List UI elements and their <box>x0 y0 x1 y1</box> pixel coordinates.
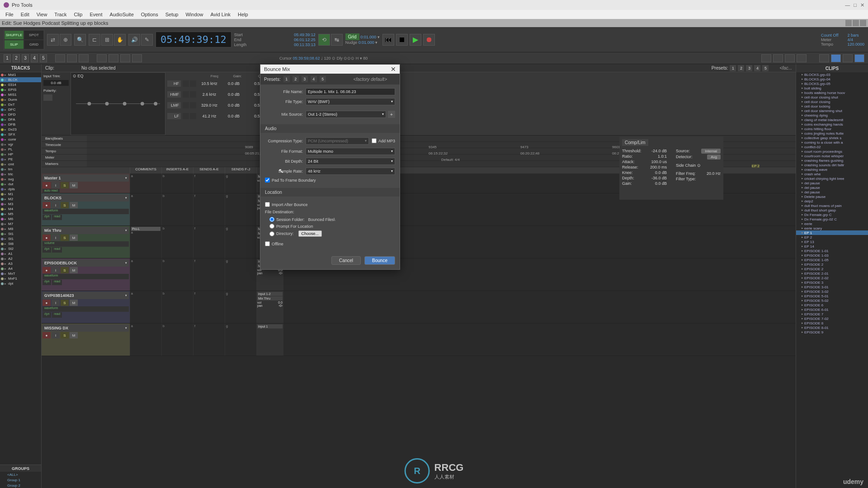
clip-list-item[interactable]: ▸EPISODE 2 <box>796 262 868 267</box>
track-list-item[interactable]: ▸MIS1 <box>0 92 41 97</box>
input-button[interactable]: I <box>52 235 60 241</box>
clip-list-item[interactable]: ▸EPISODE 2 <box>796 267 868 271</box>
editwin-max-icon[interactable] <box>853 20 859 26</box>
transport-fwd-icon[interactable] <box>785 54 795 62</box>
track-rows[interactable]: Master 1▾ ●ISM auto read a b f g Mix vol… <box>42 174 796 488</box>
track-list-item[interactable]: ▸M2 <box>0 197 41 202</box>
group-1[interactable]: Group 1 <box>0 477 41 483</box>
clip-list-item[interactable]: ▸EP 1 <box>796 230 868 235</box>
bounce-preset-4[interactable]: 4 <box>311 76 317 82</box>
tool-c-icon[interactable] <box>79 54 89 62</box>
solo-button[interactable]: S <box>61 267 69 273</box>
clip-list-item[interactable]: ▸cricket chirping light bree <box>796 176 868 181</box>
clip-list-item[interactable]: ▸Dx Female.grp C <box>796 212 868 217</box>
track-list-item[interactable]: ▸dpt <box>0 281 41 286</box>
preset-1[interactable]: 1 <box>730 65 736 71</box>
clip-list-item[interactable]: ▸cell door locking <box>796 104 868 108</box>
clip-list-item[interactable]: ▸del pause <box>796 181 868 185</box>
ruler-meter[interactable]: Meter <box>42 155 87 160</box>
zoom-preset-4[interactable]: 4 <box>31 54 38 62</box>
stop-button[interactable]: ⏹ <box>396 34 408 46</box>
mute-button[interactable]: M <box>70 267 78 273</box>
mode-slip[interactable]: SLIP <box>4 40 24 49</box>
menu-avidlink[interactable]: Avid Link <box>207 12 234 17</box>
ruler-bars[interactable]: Bars|Beats <box>42 136 87 141</box>
transport-back-icon[interactable] <box>773 54 783 62</box>
midi-c-icon[interactable] <box>843 54 853 62</box>
clip-list-item[interactable]: ▸EPISODE 2-02 <box>796 276 868 280</box>
preset-4[interactable]: 4 <box>754 65 760 71</box>
track-list-item[interactable]: ▸A1 <box>0 251 41 256</box>
track-list-item[interactable]: ▸DFD <box>0 112 41 117</box>
clip-list-item[interactable]: ▸crashing flames gushing <box>796 158 868 163</box>
track-list-item[interactable]: ▸SFX <box>0 132 41 137</box>
dialog-close-icon[interactable]: ✕ <box>391 66 396 73</box>
record-button[interactable]: ⏺ <box>423 34 435 46</box>
track-list-item[interactable]: ▸St1 <box>0 231 41 236</box>
mode-spot[interactable]: SPOT <box>24 30 44 40</box>
midi-a-icon[interactable] <box>819 54 829 62</box>
clip-list-item[interactable]: ▸coins jingling notes flutte <box>796 131 868 136</box>
clip-list-item[interactable]: ▸EPISODE 9 <box>796 330 868 334</box>
clip-list-item[interactable]: ▸BLOCKS.grp-03 <box>796 72 868 77</box>
clip-list-item[interactable]: ▸cell door slamming shut <box>796 108 868 113</box>
clip-list-item[interactable]: ▸cheering dying <box>796 113 868 117</box>
clip-list-item[interactable]: ▸EP 14 <box>796 244 868 249</box>
clip-list-item[interactable]: ▸EP 2 <box>796 235 868 239</box>
group-2[interactable]: Group 2 <box>0 483 41 488</box>
clip-list-item[interactable]: ▸EPISODE 5-01 <box>796 294 868 298</box>
solo-button[interactable]: S <box>61 202 69 208</box>
marker-ep2[interactable]: EP 2 <box>752 164 760 168</box>
main-counter[interactable]: 05:49:39:12 <box>156 32 231 47</box>
add-mixsource-button[interactable]: + <box>388 111 395 118</box>
mute-button[interactable]: M <box>70 202 78 208</box>
menu-audiosuite[interactable]: AudioSuite <box>106 12 137 17</box>
solo-button[interactable]: S <box>61 332 69 338</box>
menu-event[interactable]: Event <box>86 12 106 17</box>
track-list-item[interactable]: ▸EPIS <box>0 87 41 92</box>
bounce-preset-3[interactable]: 3 <box>302 76 308 82</box>
clip-list-item[interactable]: ▸clang of metal bladesmit <box>796 117 868 122</box>
clip-list-item[interactable]: ▸coming to a close with a <box>796 140 868 145</box>
factory-default[interactable]: <factory default> <box>354 77 396 82</box>
editwin-close-icon[interactable] <box>860 20 866 26</box>
track-list-item[interactable]: ▸trn <box>0 167 41 172</box>
track-list-item[interactable]: ▸Dx23 <box>0 127 41 132</box>
track-list-item[interactable]: ▸PL <box>0 147 41 152</box>
clip-list-item[interactable]: ▸EPISODE 3-01 <box>796 285 868 289</box>
clip-list-item[interactable]: ▸conflict-02 <box>796 145 868 149</box>
eq-graph[interactable]: ⊙ EQ <box>71 72 165 135</box>
tool-d-icon[interactable] <box>97 54 107 62</box>
input-button[interactable]: I <box>52 182 60 188</box>
play-button[interactable]: ▶ <box>410 34 421 46</box>
input-button[interactable]: I <box>52 332 60 338</box>
clip-list-item[interactable]: ▸Delete pause <box>796 194 868 199</box>
clip-list-item[interactable]: ▸EPISODE 6-01 <box>796 307 868 312</box>
add-mp3-checkbox[interactable] <box>372 138 377 143</box>
dialog-title-bar[interactable]: Bounce Mix ✕ <box>260 65 400 74</box>
preset-5[interactable]: 5 <box>762 65 769 71</box>
menu-setup[interactable]: Setup <box>162 12 182 17</box>
mode-shuffle[interactable]: SHUFFLE <box>4 30 24 40</box>
tool-b-icon[interactable] <box>67 54 77 62</box>
compression-select[interactable]: PCM (Uncompressed) <box>306 137 369 145</box>
record-arm-button[interactable]: ● <box>42 332 51 338</box>
clips-list[interactable]: ▸BLOCKS.grp-03▸BLOCKS.grp-04▸BLOCKS.grp-… <box>796 72 868 334</box>
track-list-item[interactable]: ▸M6 <box>0 216 41 221</box>
filetype-select[interactable]: WAV (BWF) <box>306 98 395 105</box>
trim-tool-icon[interactable]: ⊏ <box>89 34 100 46</box>
clip-list-item[interactable]: ▸EPISODE 1-01 <box>796 249 868 253</box>
track-list-item[interactable]: ▸DFB <box>0 122 41 127</box>
clip-list-item[interactable]: ▸collective gasp shriek s <box>796 136 868 140</box>
bounce-button[interactable]: Bounce <box>364 256 395 265</box>
clip-list-item[interactable]: ▸coins exchanging hands <box>796 122 868 127</box>
track-list-item[interactable]: ▸St8 <box>0 241 41 246</box>
preset-2[interactable]: 2 <box>738 65 744 71</box>
choose-button[interactable]: Choose... <box>298 230 322 237</box>
mode-grid[interactable]: GRID <box>24 40 44 49</box>
track-list-item[interactable]: ▸Durm <box>0 97 41 102</box>
clip-list-item[interactable]: ▸EPISODE 3-02 <box>796 289 868 294</box>
clip-list-item[interactable]: ▸coins hitting floor <box>796 127 868 131</box>
track-list-item[interactable]: ▸dut <box>0 182 41 187</box>
link-icon[interactable]: ⟲ <box>318 34 330 46</box>
